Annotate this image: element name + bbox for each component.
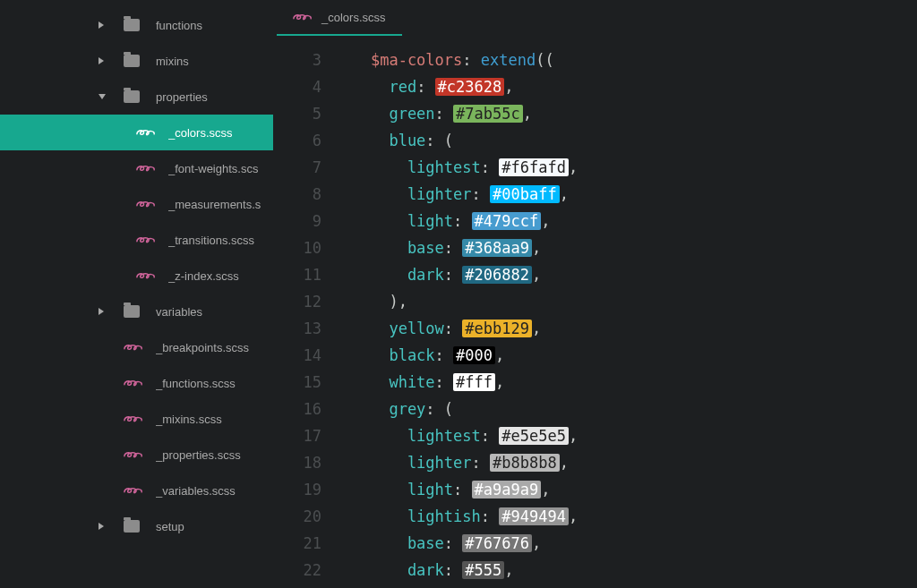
tree-item-label: functions [156, 19, 202, 32]
code-line: lightest: #e5e5e5, [334, 422, 578, 449]
tree-file--properties-scss[interactable]: _properties.scss [0, 437, 273, 473]
line-number: 10 [273, 234, 321, 261]
token-key: base [407, 239, 444, 257]
color-swatch: #368aa9 [462, 239, 532, 257]
code-line: lighter: #b8b8b8, [334, 449, 578, 476]
code-line: $ma-colors: extend(( [334, 47, 578, 73]
line-number: 17 [273, 422, 321, 449]
tree-item-label: mixins [156, 55, 189, 68]
token-key: base [407, 534, 444, 552]
token-function: extend [481, 51, 536, 69]
line-number: 4 [273, 73, 321, 100]
sass-icon [136, 234, 156, 246]
line-number: 18 [273, 449, 321, 476]
code-line: dark: #206882, [334, 261, 578, 288]
line-number: 20 [273, 503, 321, 530]
sass-icon [124, 413, 143, 425]
tree-file--functions-scss[interactable]: _functions.scss [0, 365, 273, 401]
color-swatch: #767676 [462, 534, 532, 552]
code-line: dark: #555, [334, 557, 578, 584]
token-variable: $ma-colors [371, 51, 462, 69]
color-swatch: #000 [453, 346, 495, 364]
tree-item-label: _font-weights.scs [168, 162, 258, 175]
tree-file--colors-scss[interactable]: _colors.scss [0, 115, 273, 150]
sass-icon [136, 126, 156, 139]
code-line: yellow: #ebb129, [334, 315, 578, 342]
line-gutter: 345678910111213141516171819202122 [273, 36, 334, 588]
tree-item-label: _breakpoints.scss [156, 341, 249, 354]
sass-icon [124, 448, 143, 461]
line-number: 9 [273, 208, 321, 234]
tree-item-label: _measurements.s [168, 198, 261, 211]
tree-folder-functions[interactable]: functions [0, 7, 273, 43]
line-number: 3 [273, 47, 321, 73]
token-key: lightest [407, 158, 481, 176]
token-key: white [389, 373, 434, 391]
tree-file--variables-scss[interactable]: _variables.scss [0, 473, 273, 508]
tree-folder-setup[interactable]: setup [0, 508, 273, 544]
folder-icon [124, 55, 140, 67]
sass-icon [136, 198, 156, 210]
tree-folder-properties[interactable]: properties [0, 79, 273, 115]
color-swatch: #ebb129 [462, 320, 532, 337]
tab-label: _colors.scss [321, 11, 386, 24]
file-tree: functionsmixinsproperties_colors.scss_fo… [0, 0, 273, 588]
token-key: light [407, 481, 453, 499]
sass-icon [124, 484, 143, 497]
folder-icon [124, 305, 140, 318]
line-number: 15 [273, 369, 321, 396]
code-line: lighter: #00baff, [334, 181, 578, 208]
line-number: 8 [273, 181, 321, 208]
color-swatch: #555 [462, 561, 504, 579]
color-swatch: #7ab55c [453, 105, 523, 123]
line-number: 13 [273, 315, 321, 342]
sass-icon [136, 162, 156, 175]
tree-file--measurements-s[interactable]: _measurements.s [0, 186, 273, 222]
line-number: 14 [273, 342, 321, 369]
line-number: 19 [273, 476, 321, 503]
token-key: red [389, 78, 416, 96]
tree-file--z-index-scss[interactable]: _z-index.scss [0, 258, 273, 294]
token-key: yellow [389, 320, 443, 337]
tree-item-label: variables [156, 305, 202, 319]
tab-colors[interactable]: _colors.scss [277, 0, 402, 36]
line-number: 22 [273, 557, 321, 584]
code-line: base: #368aa9, [334, 234, 578, 261]
token-key: dark [407, 266, 444, 284]
tree-item-label: properties [156, 90, 208, 104]
tree-folder-mixins[interactable]: mixins [0, 43, 273, 79]
folder-icon [124, 520, 140, 533]
token-key: lighter [407, 454, 472, 472]
token-key: dark [407, 561, 444, 579]
tree-file--transitions-scss[interactable]: _transitions.scss [0, 222, 273, 258]
line-number: 21 [273, 530, 321, 557]
tree-file--font-weights-scs[interactable]: _font-weights.scs [0, 150, 273, 186]
sass-icon [293, 11, 313, 23]
line-number: 6 [273, 127, 321, 154]
code-area[interactable]: $ma-colors: extend((red: #c23628,green: … [334, 36, 578, 588]
editor-pane: _colors.scss 345678910111213141516171819… [273, 0, 917, 588]
code-line: ), [334, 288, 578, 315]
tree-folder-variables[interactable]: variables [0, 294, 273, 329]
color-swatch: #479ccf [472, 212, 542, 230]
chevron-right-icon [99, 308, 104, 315]
sass-icon [124, 341, 143, 354]
line-number: 7 [273, 154, 321, 181]
code-line: base: #767676, [334, 530, 578, 557]
color-swatch: #206882 [462, 266, 532, 284]
token-key: grey [389, 400, 425, 418]
tree-item-label: _colors.scss [168, 126, 233, 140]
tree-file--mixins-scss[interactable]: _mixins.scss [0, 401, 273, 437]
tree-file--breakpoints-scss[interactable]: _breakpoints.scss [0, 329, 273, 365]
token-key: green [389, 105, 434, 123]
sass-icon [124, 377, 143, 389]
line-number: 5 [273, 100, 321, 127]
chevron-down-icon [99, 94, 106, 99]
token-key: lightish [407, 507, 481, 525]
line-number: 16 [273, 396, 321, 422]
chevron-right-icon [99, 57, 104, 64]
tree-item-label: _functions.scss [156, 377, 236, 390]
chevron-right-icon [99, 21, 104, 29]
color-swatch: #e5e5e5 [499, 427, 569, 445]
code-line: light: #479ccf, [334, 208, 578, 234]
